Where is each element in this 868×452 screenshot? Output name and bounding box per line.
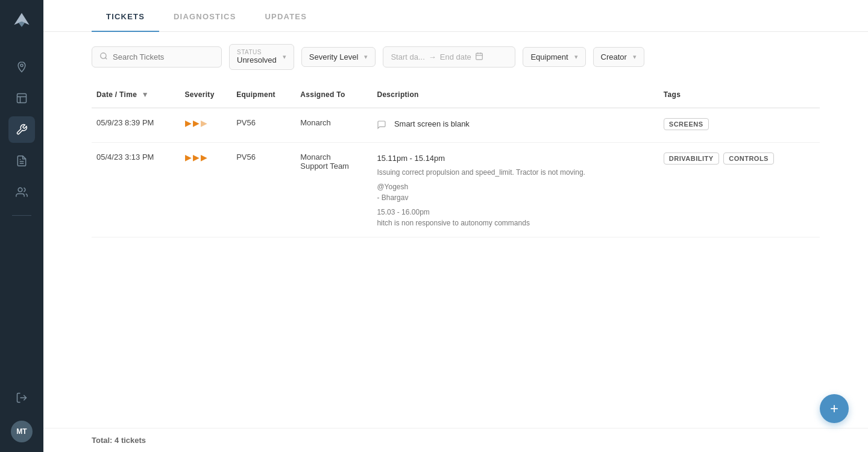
col-header-assigned[interactable]: Assigned To: [295, 82, 372, 108]
cell-equipment-1: PV56: [231, 108, 295, 143]
cell-datetime-1: 05/9/23 8:39 PM: [92, 108, 180, 143]
severity-icons-1: ▶ ▶ ▶: [185, 118, 227, 128]
sidebar-item-users[interactable]: [8, 179, 35, 206]
cell-tags-1: SCREENS: [659, 108, 820, 143]
description-line-0: 15.11pm - 15.14pm: [377, 152, 653, 165]
tag-screens: SCREENS: [664, 118, 709, 130]
chevron-down-icon: ▾: [633, 53, 637, 61]
description-main-1: Smart screen is blank: [394, 119, 470, 128]
tab-diagnostics[interactable]: DIAGNOSTICS: [159, 0, 250, 32]
description-line-3: - Bhargav: [377, 193, 653, 202]
user-avatar[interactable]: MT: [11, 421, 33, 442]
cell-equipment-2: PV56: [231, 143, 295, 237]
table-row[interactable]: 05/4/23 3:13 PM ▶ ▶ ▶ PV56 Monarch Suppo…: [92, 143, 820, 237]
severity-arrow-icon: ▶: [193, 118, 200, 128]
equipment-filter-value: Equipment: [530, 52, 568, 61]
sidebar-item-tools[interactable]: [8, 116, 35, 143]
calendar-icon: [475, 52, 483, 62]
tab-bar: TICKETS DIAGNOSTICS UPDATES: [43, 0, 868, 32]
severity-arrow-icon: ▶: [201, 118, 207, 128]
severity-filter[interactable]: Severity Level ▾: [301, 47, 376, 67]
creator-filter[interactable]: Creator ▾: [593, 47, 644, 67]
description-line-2: @Yogesh: [377, 183, 653, 191]
sidebar-item-logout[interactable]: [8, 385, 35, 411]
col-header-description[interactable]: Description: [372, 82, 658, 108]
table-footer: Total: 4 tickets: [43, 428, 868, 452]
ticket-count: 4 tickets: [115, 436, 146, 445]
sidebar-divider: [12, 215, 31, 216]
message-icon: [377, 119, 391, 130]
date-end-text: End date: [440, 52, 471, 61]
tickets-table: Date / Time ▼ Severity Equipment Assigne…: [92, 82, 820, 237]
severity-icons-2: ▶ ▶ ▶: [185, 152, 227, 162]
search-input[interactable]: [113, 52, 214, 61]
svg-point-8: [101, 53, 106, 58]
svg-line-9: [105, 58, 107, 60]
tag-drivability: DRIVABILITY: [664, 152, 719, 165]
cell-description-2: 15.11pm - 15.14pm Issuing correct propul…: [372, 143, 658, 237]
date-start-text: Start da...: [391, 52, 424, 61]
sidebar-bottom: MT: [8, 385, 35, 442]
cell-severity-2: ▶ ▶ ▶: [180, 143, 232, 237]
tab-tickets[interactable]: TICKETS: [92, 0, 159, 32]
chevron-down-icon: ▾: [364, 53, 368, 61]
cell-severity-1: ▶ ▶ ▶: [180, 108, 232, 143]
severity-arrow-icon: ▶: [193, 152, 200, 162]
search-icon: [99, 52, 108, 62]
col-header-severity[interactable]: Severity: [180, 82, 232, 108]
equipment-filter[interactable]: Equipment ▾: [523, 47, 585, 67]
svg-point-6: [18, 188, 22, 192]
description-line-5: hitch is non responsive to autonomy comm…: [377, 219, 653, 227]
col-header-datetime[interactable]: Date / Time ▼: [92, 82, 180, 108]
severity-arrow-icon: ▶: [185, 118, 192, 128]
severity-filter-value: Severity Level: [309, 52, 359, 61]
cell-description-1: Smart screen is blank: [372, 108, 658, 143]
description-line-4: 15.03 - 16.00pm: [377, 208, 653, 216]
sidebar: MT: [0, 0, 43, 452]
table-row[interactable]: 05/9/23 8:39 PM ▶ ▶ ▶ PV56 Monarch: [92, 108, 820, 143]
sidebar-item-inventory[interactable]: [8, 85, 35, 111]
tab-updates[interactable]: UPDATES: [251, 0, 322, 32]
sort-arrow-icon: ▼: [142, 90, 149, 99]
total-label: Total:: [92, 436, 112, 445]
col-header-equipment[interactable]: Equipment: [231, 82, 295, 108]
status-filter-value: Unresolved: [237, 55, 277, 64]
add-ticket-button[interactable]: +: [820, 394, 849, 423]
severity-arrow-icon: ▶: [185, 152, 192, 162]
tag-controls: CONTROLS: [723, 152, 774, 165]
cell-tags-2: DRIVABILITY CONTROLS: [659, 143, 820, 237]
creator-filter-value: Creator: [601, 52, 627, 61]
arrow-icon: →: [429, 52, 436, 61]
filters-bar: STATUS Unresolved ▾ Severity Level ▾ Sta…: [43, 32, 868, 82]
cell-datetime-2: 05/4/23 3:13 PM: [92, 143, 180, 237]
svg-rect-10: [476, 53, 483, 60]
chevron-down-icon: ▾: [283, 53, 286, 61]
sidebar-item-location[interactable]: [8, 54, 35, 80]
cell-assigned-1: Monarch: [295, 108, 372, 143]
cell-assigned-2: Monarch Support Team: [295, 143, 372, 237]
sidebar-item-reports[interactable]: [8, 148, 35, 174]
description-line-1: Issuing correct propulsion and speed_lim…: [377, 168, 653, 177]
chevron-down-icon: ▾: [574, 53, 578, 61]
date-filter[interactable]: Start da... → End date: [383, 46, 515, 67]
col-header-tags[interactable]: Tags: [659, 82, 820, 108]
app-logo: [11, 10, 33, 34]
status-filter-label: STATUS: [237, 49, 277, 55]
severity-arrow-icon: ▶: [201, 152, 207, 162]
svg-point-0: [20, 64, 23, 66]
search-box[interactable]: [92, 46, 222, 67]
svg-rect-1: [17, 94, 27, 103]
status-filter[interactable]: STATUS Unresolved ▾: [229, 44, 294, 70]
tickets-table-container: Date / Time ▼ Severity Equipment Assigne…: [43, 82, 868, 428]
main-content: TICKETS DIAGNOSTICS UPDATES STATUS Unres…: [43, 0, 868, 452]
